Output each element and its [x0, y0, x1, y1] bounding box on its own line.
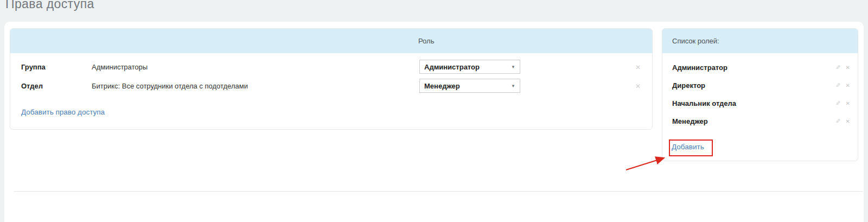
chevron-down-icon: ▼	[511, 65, 515, 69]
role-list-item: Менеджер ✎ ✕	[662, 112, 858, 130]
role-select[interactable]: Менеджер ▼	[419, 79, 520, 93]
page: Права доступа Роль Группа Администраторы…	[0, 0, 868, 222]
role-column-header: Роль	[418, 29, 434, 53]
entity-name-label: Администраторы	[92, 58, 148, 77]
role-name: Администратор	[672, 64, 835, 72]
delete-role-icon[interactable]: ✕	[846, 65, 850, 71]
role-list-item: Администратор ✎ ✕	[662, 59, 858, 77]
edit-role-icon[interactable]: ✎	[835, 64, 840, 71]
roles-list-panel: Список ролей: Администратор ✎ ✕ Директор…	[662, 28, 858, 161]
content-card: Роль Группа Администраторы Администратор…	[4, 22, 864, 222]
entity-type-label: Группа	[21, 58, 46, 77]
delete-role-icon[interactable]: ✕	[846, 83, 850, 88]
add-access-right-link[interactable]: Добавить право доступа	[21, 108, 105, 116]
role-list-item: Директор ✎ ✕	[662, 77, 858, 94]
edit-role-icon[interactable]: ✎	[835, 82, 840, 89]
role-select-value: Менеджер	[424, 82, 508, 90]
chevron-down-icon: ▼	[511, 84, 515, 88]
horizontal-divider	[14, 191, 863, 192]
entity-name-label: Битрикс: Все сотрудники отдела с подотде…	[92, 77, 248, 96]
access-rights-panel: Роль Группа Администраторы Администратор…	[10, 28, 653, 130]
remove-access-row-icon[interactable]: ✕	[633, 58, 643, 77]
remove-access-row-icon[interactable]: ✕	[633, 77, 643, 96]
role-select-value: Администратор	[424, 63, 508, 71]
roles-list-header: Список ролей:	[662, 29, 858, 53]
delete-role-icon[interactable]: ✕	[846, 118, 850, 124]
role-list-item: Начальник отдела ✎ ✕	[662, 94, 858, 112]
access-row-department: Отдел Битрикс: Все сотрудники отдела с п…	[10, 77, 652, 96]
entity-type-label: Отдел	[21, 77, 43, 96]
role-name: Менеджер	[672, 117, 835, 125]
delete-role-icon[interactable]: ✕	[846, 100, 850, 106]
role-name: Директор	[672, 81, 835, 90]
access-rights-panel-header: Роль	[10, 29, 652, 53]
add-role-link[interactable]: Добавить	[672, 143, 704, 151]
access-row-group: Группа Администраторы Администратор ▼ ✕	[10, 58, 652, 77]
edit-role-icon[interactable]: ✎	[835, 118, 840, 125]
role-name: Начальник отдела	[672, 99, 835, 107]
page-title: Права доступа	[5, 0, 94, 11]
role-select[interactable]: Администратор ▼	[419, 60, 520, 74]
edit-role-icon[interactable]: ✎	[835, 100, 840, 107]
